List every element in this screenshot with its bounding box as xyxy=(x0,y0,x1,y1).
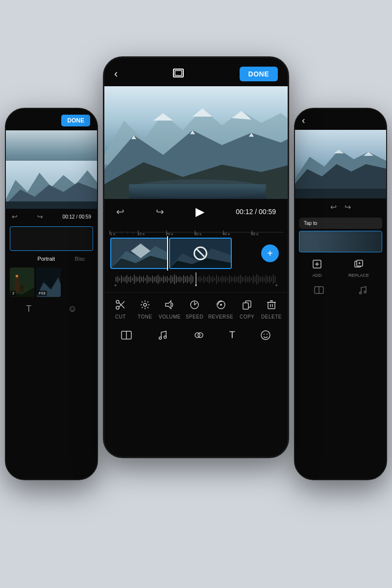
center-top-bar: ‹ DONE xyxy=(104,58,288,86)
clip-1[interactable] xyxy=(110,238,168,269)
svg-rect-94 xyxy=(199,276,200,282)
svg-rect-125 xyxy=(256,274,257,285)
thumb-f03: F03 xyxy=(37,291,47,296)
svg-line-149 xyxy=(147,307,148,308)
volume-icon xyxy=(164,299,175,312)
tone-tool[interactable]: TONE xyxy=(134,299,156,319)
svg-rect-65 xyxy=(143,276,144,282)
svg-rect-63 xyxy=(139,276,140,283)
left-phone: DONE ↩ ↪ 00:12 / 00:59 xyxy=(5,108,98,480)
svg-rect-64 xyxy=(141,277,142,281)
svg-rect-159 xyxy=(268,302,275,309)
svg-point-186 xyxy=(359,292,361,294)
svg-point-136 xyxy=(115,284,117,286)
svg-rect-71 xyxy=(154,277,155,281)
left-redo-icon[interactable]: ↪ xyxy=(37,213,43,220)
cut-icon xyxy=(115,299,126,312)
svg-point-143 xyxy=(144,303,147,306)
play-button[interactable]: ▶ xyxy=(196,205,204,219)
svg-rect-120 xyxy=(247,277,248,281)
volume-label: VOLUME xyxy=(159,314,181,319)
svg-rect-130 xyxy=(266,275,267,284)
svg-rect-124 xyxy=(254,276,255,282)
svg-point-138 xyxy=(275,284,277,286)
svg-rect-70 xyxy=(152,276,153,283)
copy-tool[interactable]: COPY xyxy=(236,299,258,319)
svg-rect-96 xyxy=(203,276,204,283)
svg-rect-135 xyxy=(275,276,276,282)
text-icon[interactable]: T xyxy=(229,329,235,344)
left-top-bar: DONE xyxy=(6,109,97,130)
replace-icon xyxy=(354,259,364,271)
svg-rect-7 xyxy=(16,275,18,277)
svg-rect-92 xyxy=(193,276,194,282)
left-tab-portrait[interactable]: Portrait xyxy=(38,256,55,262)
emoji-icon[interactable] xyxy=(260,329,271,344)
svg-rect-109 xyxy=(227,278,228,281)
svg-rect-131 xyxy=(268,276,269,282)
svg-rect-6 xyxy=(21,285,24,292)
replace-label: REPLACE xyxy=(348,273,369,278)
left-tab-blac[interactable]: Blac xyxy=(74,256,85,262)
svg-rect-98 xyxy=(207,276,208,282)
clip-2[interactable] xyxy=(169,238,232,269)
reverse-tool[interactable]: REVERSE xyxy=(208,299,233,319)
svg-rect-118 xyxy=(244,277,245,281)
thumb-number: 2 xyxy=(11,291,16,296)
cut-tool[interactable]: CUT xyxy=(110,299,131,319)
right-back-button[interactable]: ‹ xyxy=(302,115,305,126)
add-action[interactable]: ADD xyxy=(312,259,322,278)
svg-point-169 xyxy=(198,333,203,338)
svg-point-167 xyxy=(164,336,166,339)
canvas-icon[interactable] xyxy=(121,329,132,344)
svg-point-172 xyxy=(267,334,268,335)
left-thumb-1[interactable]: 2 xyxy=(10,268,34,297)
right-undo-icon[interactable]: ↩ xyxy=(330,202,337,212)
center-phone: ‹ DONE xyxy=(103,56,289,458)
svg-rect-178 xyxy=(295,189,386,198)
left-timeline xyxy=(10,226,93,251)
svg-point-171 xyxy=(264,334,265,335)
left-text-icon[interactable]: T xyxy=(26,304,31,314)
undo-button[interactable]: ↩ xyxy=(116,206,124,218)
effect-icon[interactable] xyxy=(193,329,205,344)
svg-rect-53 xyxy=(121,276,122,283)
svg-point-155 xyxy=(220,304,222,306)
left-thumb-2[interactable]: F03 xyxy=(36,268,61,297)
add-clip-button[interactable]: + xyxy=(261,245,279,262)
redo-button[interactable]: ↪ xyxy=(156,206,164,218)
left-video-preview xyxy=(6,130,97,209)
right-redo-icon[interactable]: ↪ xyxy=(344,202,351,212)
right-small-thumb[interactable] xyxy=(299,231,382,252)
svg-rect-158 xyxy=(243,303,248,309)
svg-rect-5 xyxy=(15,277,19,292)
svg-rect-126 xyxy=(258,276,259,283)
copy-icon xyxy=(242,299,252,312)
svg-rect-117 xyxy=(242,276,243,282)
svg-rect-57 xyxy=(128,277,129,281)
svg-rect-103 xyxy=(216,275,217,284)
back-button[interactable]: ‹ xyxy=(114,68,118,80)
svg-rect-104 xyxy=(218,276,219,282)
left-done-button[interactable]: DONE xyxy=(61,115,90,126)
svg-rect-66 xyxy=(145,278,146,281)
svg-rect-75 xyxy=(161,277,162,281)
svg-rect-50 xyxy=(116,277,117,281)
right-music-icon[interactable] xyxy=(357,285,368,298)
replace-action[interactable]: REPLACE xyxy=(348,259,369,278)
left-undo-icon[interactable]: ↩ xyxy=(12,213,18,220)
right-canvas-icon[interactable] xyxy=(314,285,324,298)
svg-rect-100 xyxy=(211,277,212,281)
svg-rect-110 xyxy=(229,275,230,284)
left-emoji-icon[interactable]: ☺ xyxy=(68,304,76,314)
speed-tool[interactable]: SPEED xyxy=(184,299,205,319)
volume-tool[interactable]: VOLUME xyxy=(159,299,181,319)
delete-tool[interactable]: DELETE xyxy=(261,299,282,319)
svg-rect-99 xyxy=(209,275,210,284)
svg-line-150 xyxy=(147,301,148,302)
done-button[interactable]: DONE xyxy=(240,67,278,81)
svg-line-141 xyxy=(119,301,124,307)
svg-rect-56 xyxy=(126,275,127,284)
music-icon[interactable] xyxy=(157,329,169,344)
svg-rect-76 xyxy=(163,276,164,283)
